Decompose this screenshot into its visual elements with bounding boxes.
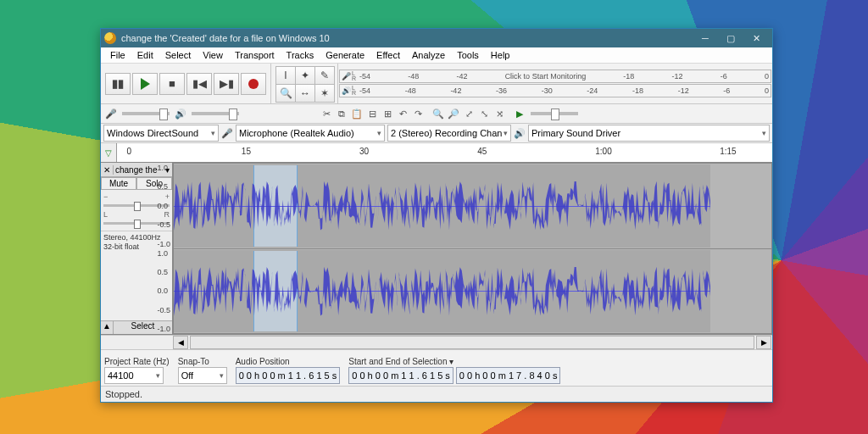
transport-group: ▮▮ ■ ▮◀ ▶▮	[101, 64, 271, 103]
status-text: Stopped.	[105, 389, 142, 399]
track-area: ✕ change the ▾ Mute Solo −+ LR Stereo, 4…	[101, 163, 772, 335]
zoom-tool[interactable]: 🔍	[275, 84, 296, 103]
channel-right[interactable]: 1.00.50.0-0.5-1.0	[174, 249, 771, 334]
meters-group: 🎤 LR -54-48-42 Click to Start Monitoring…	[338, 64, 772, 103]
close-button[interactable]: ✕	[743, 29, 769, 47]
menu-view[interactable]: View	[197, 48, 229, 62]
waveform-track[interactable]: 1.00.50.0-0.5-1.0 1.00.50.0-0.5-1.0	[173, 163, 772, 334]
window-title: change the 'Created' date for a file on …	[121, 33, 330, 43]
audio-position-field[interactable]: 0 0 h 0 0 m 1 1 . 6 1 5 s	[236, 367, 341, 384]
minimize-button[interactable]: ─	[693, 29, 718, 47]
record-button[interactable]	[241, 73, 266, 95]
maximize-button[interactable]: ▢	[718, 29, 743, 47]
menu-generate[interactable]: Generate	[320, 48, 370, 62]
play-at-speed-icon[interactable]: ▶	[513, 107, 526, 120]
mic-icon: 🎤	[340, 72, 352, 81]
collapse-button[interactable]: ▲	[101, 321, 114, 334]
play-button[interactable]	[132, 73, 158, 95]
snap-combo[interactable]: Off▾	[178, 367, 227, 384]
titlebar[interactable]: change the 'Created' date for a file on …	[101, 29, 772, 47]
skip-start-button[interactable]: ▮◀	[186, 73, 212, 95]
menu-help[interactable]: Help	[485, 48, 516, 62]
time-ruler[interactable]: ▽ 0 15 30 45 1:00 1:15	[101, 143, 772, 163]
selection-toolbar: Project Rate (Hz) 44100▾ Snap-To Off▾ Au…	[101, 349, 772, 386]
input-icon: 🎤	[221, 128, 233, 139]
output-icon: 🔊	[514, 128, 526, 139]
timeshift-tool[interactable]: ↔	[295, 84, 315, 103]
redo-icon[interactable]: ↷	[411, 107, 425, 120]
stop-button[interactable]: ■	[159, 73, 185, 95]
pause-button[interactable]: ▮▮	[105, 73, 131, 95]
rec-volume-slider[interactable]	[122, 112, 170, 115]
speaker-icon: 🔊	[340, 86, 352, 95]
zoom-out-icon[interactable]: 🔎	[447, 107, 460, 120]
pos-label: Audio Position	[236, 357, 341, 366]
channel-left[interactable]: 1.00.50.0-0.5-1.0	[174, 164, 771, 249]
channels-combo[interactable]: 2 (Stereo) Recording Chan▾	[387, 125, 511, 142]
menu-tracks[interactable]: Tracks	[281, 48, 320, 62]
output-combo[interactable]: Primary Sound Driver▾	[528, 125, 770, 142]
menu-transport[interactable]: Transport	[229, 48, 281, 62]
fit-selection-icon[interactable]: ⤢	[462, 107, 476, 120]
play-speaker-icon: 🔊	[174, 107, 187, 120]
zoom-toggle-icon[interactable]: ⤨	[492, 107, 506, 120]
menu-edit[interactable]: Edit	[131, 48, 159, 62]
track-name[interactable]: change the	[114, 165, 162, 175]
paste-icon[interactable]: 📋	[350, 107, 364, 120]
menu-file[interactable]: File	[104, 48, 131, 62]
menu-effect[interactable]: Effect	[370, 48, 406, 62]
multi-tool[interactable]: ✶	[314, 84, 335, 103]
ruler-pin[interactable]: ▽	[101, 143, 117, 162]
input-combo[interactable]: Microphone (Realtek Audio)▾	[236, 125, 385, 142]
menu-analyze[interactable]: Analyze	[406, 48, 451, 62]
menu-tools[interactable]: Tools	[451, 48, 485, 62]
undo-icon[interactable]: ↶	[396, 107, 409, 120]
scroll-right-button[interactable]: ▶	[756, 336, 771, 349]
copy-icon[interactable]: ⧉	[335, 107, 348, 120]
host-combo[interactable]: Windows DirectSound▾	[103, 125, 219, 142]
sel-start-field[interactable]: 0 0 h 0 0 m 1 1 . 6 1 5 s	[348, 367, 453, 384]
silence-icon[interactable]: ⊞	[381, 107, 394, 120]
play-meter[interactable]: 🔊 LR -54-48-42-36-30-24-18-12-60	[339, 84, 771, 97]
track-close-button[interactable]: ✕	[101, 165, 114, 175]
snap-label: Snap-To	[178, 357, 227, 366]
h-scrollbar[interactable]: ◀ ▶	[101, 335, 772, 349]
menu-select[interactable]: Select	[159, 48, 198, 62]
selection-tool[interactable]: I	[275, 66, 296, 85]
device-toolbar: Windows DirectSound▾ 🎤 Microphone (Realt…	[101, 124, 772, 143]
record-meter[interactable]: 🎤 LR -54-48-42 Click to Start Monitoring…	[339, 70, 771, 83]
rec-meter-hint: Click to Start Monitoring	[505, 72, 587, 81]
fit-project-icon[interactable]: ⤡	[477, 107, 491, 120]
draw-tool[interactable]: ✎	[314, 66, 335, 85]
trim-icon[interactable]: ⊟	[365, 107, 379, 120]
sel-label: Start and End of Selection	[348, 357, 447, 366]
status-bar: Stopped.	[101, 386, 772, 402]
scroll-left-button[interactable]: ◀	[173, 336, 188, 349]
rate-label: Project Rate (Hz)	[104, 357, 170, 366]
cut-icon[interactable]: ✂	[320, 107, 333, 120]
mute-button[interactable]: Mute	[101, 177, 136, 190]
tools-group: I ✦ ✎ 🔍 ↔ ✶	[271, 64, 338, 103]
skip-end-button[interactable]: ▶▮	[214, 73, 239, 95]
audacity-window: change the 'Created' date for a file on …	[100, 28, 773, 403]
play-volume-slider[interactable]	[192, 112, 239, 115]
menu-bar: File Edit Select View Transport Tracks G…	[101, 47, 772, 64]
audacity-icon	[104, 32, 116, 44]
transport-toolbar-row: ▮▮ ■ ▮◀ ▶▮ I ✦ ✎ 🔍 ↔ ✶ 🎤 LR -54-48-42 Cl…	[101, 64, 772, 104]
rate-combo[interactable]: 44100▾	[104, 367, 164, 384]
play-speed-slider[interactable]	[531, 112, 578, 115]
sel-end-field[interactable]: 0 0 h 0 0 m 1 7 . 8 4 0 s	[456, 367, 561, 384]
rec-mic-icon: 🎤	[104, 107, 118, 120]
envelope-tool[interactable]: ✦	[295, 66, 315, 85]
mixer-edit-row: 🎤 🔊 ✂ ⧉ 📋 ⊟ ⊞ ↶ ↷ 🔍 🔎 ⤢ ⤡ ⤨ ▶	[101, 104, 772, 124]
zoom-in-icon[interactable]: 🔍	[431, 107, 445, 120]
